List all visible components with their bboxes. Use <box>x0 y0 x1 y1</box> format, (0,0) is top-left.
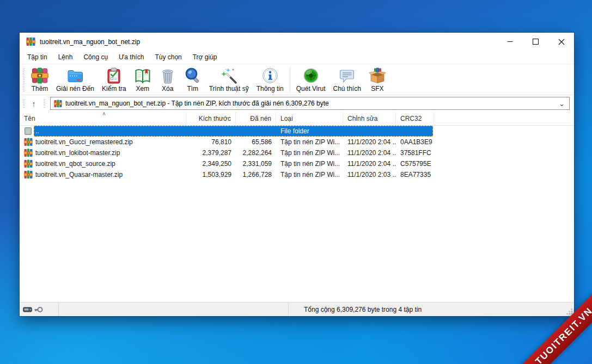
file-row[interactable]: tuoitreit.vn_Quasar-master.zip 1,503,929… <box>20 169 574 180</box>
winrar-zip-icon <box>54 100 62 108</box>
toolbar-separator <box>290 67 290 93</box>
maximize-icon <box>533 39 539 45</box>
file-size: 2,349,250 <box>186 160 236 168</box>
menu-options[interactable]: Tùy chọn <box>149 52 187 63</box>
wizard-button[interactable]: Trình thuật sỹ <box>205 66 253 94</box>
file-row[interactable]: tuoitreit.vn_qbot_source.zip 2,349,250 2… <box>20 158 574 169</box>
add-label: Thêm <box>32 85 48 92</box>
status-selection-pane <box>59 303 289 316</box>
column-type[interactable]: Loại <box>276 112 343 125</box>
file-packed: 1,266,728 <box>236 171 276 178</box>
winrar-zip-icon <box>24 170 33 179</box>
file-rows: .. File folder tuoitreit.vn_Gucci_remast… <box>20 126 574 302</box>
file-type: Tập tin nén ZIP Wi... <box>276 138 343 146</box>
file-crc: C575795E <box>396 160 434 168</box>
archive-path-value: tuoitreit.vn_ma_nguon_bot_net.zip - Tập … <box>65 100 554 107</box>
file-row[interactable]: tuoitreit.vn_Gucci_remastered.zip 76,810… <box>20 137 574 147</box>
view-book-icon <box>134 67 151 84</box>
winrar-app-icon <box>26 37 35 46</box>
wizard-wand-icon <box>220 67 237 84</box>
column-size[interactable]: Kích thước <box>186 112 236 125</box>
comment-label: Chú thích <box>333 85 361 92</box>
extract-to-label: Giải nén Đến <box>56 85 94 92</box>
combo-grip[interactable] <box>44 99 45 108</box>
menu-help[interactable]: Trợ giúp <box>187 52 223 63</box>
info-label: Thông tin <box>257 85 284 92</box>
file-list: ∧ Tên Kích thước Đã nén Loại Chỉnh sửa C… <box>20 112 574 302</box>
file-name: tuoitreit.vn_qbot_source.zip <box>35 160 115 168</box>
column-packed[interactable]: Đã nén <box>236 112 276 125</box>
file-packed: 2,331,059 <box>236 160 276 168</box>
combobox-dropdown-icon[interactable]: ⌄ <box>558 100 566 108</box>
path-combobox[interactable]: tuoitreit.vn_ma_nguon_bot_net.zip - Tập … <box>50 97 570 110</box>
file-type: Tập tin nén ZIP Wi... <box>276 171 343 178</box>
test-button[interactable]: Kiểm tra <box>98 66 130 94</box>
file-crc: 37581FFC <box>396 149 434 157</box>
title-bar[interactable]: tuoitreit.vn_ma_nguon_bot_net.zip <box>20 33 574 51</box>
file-packed: 2,282,264 <box>236 149 276 157</box>
wizard-label: Trình thuật sỹ <box>209 85 249 92</box>
add-archive-books-icon <box>31 67 48 84</box>
file-packed: 65,586 <box>236 138 276 146</box>
file-name: tuoitreit.vn_lokibot-master.zip <box>35 149 120 157</box>
column-crc32[interactable]: CRC32 <box>396 112 434 125</box>
address-bar: ↑ tuoitreit.vn_ma_nguon_bot_net.zip - Tậ… <box>20 95 574 112</box>
file-name: .. <box>35 127 39 135</box>
sfx-button[interactable]: SFX <box>365 66 390 94</box>
delete-button[interactable]: Xóa <box>155 66 180 94</box>
sort-asc-icon: ∧ <box>100 112 108 116</box>
file-type: Tập tin nén ZIP Wi... <box>276 149 343 157</box>
test-clipboard-icon <box>105 67 123 84</box>
toolbar-grip[interactable] <box>23 68 25 92</box>
file-row-parent-dir[interactable]: .. File folder <box>20 126 574 137</box>
view-button[interactable]: Xem <box>130 66 155 94</box>
drive-icon[interactable] <box>23 306 32 313</box>
menu-file[interactable]: Tập tin <box>22 52 53 63</box>
menu-favorites[interactable]: Ưa thích <box>113 52 149 63</box>
file-size: 1,503,929 <box>186 171 236 178</box>
sfx-box-icon <box>369 67 386 84</box>
menu-bar: Tập tin Lệnh Công cụ Ưa thích Tùy chọn T… <box>20 51 574 64</box>
menu-tools[interactable]: Công cụ <box>78 52 113 63</box>
file-modified: 11/1/2020 2:04 ... <box>343 149 396 157</box>
find-label: Tìm <box>187 85 198 92</box>
extract-folder-icon <box>66 67 84 84</box>
winrar-zip-icon <box>24 138 33 146</box>
desktop: { "window": { "title": "tuoitreit.vn_ma_… <box>0 0 592 364</box>
virus-scan-button[interactable]: Quét Virut <box>292 66 329 94</box>
status-total-pane: Tổng cộng 6,309,276 byte trong 4 tập tin <box>289 303 574 316</box>
up-arrow-icon: ↑ <box>32 99 36 108</box>
status-total-text: Tổng cộng 6,309,276 byte trong 4 tập tin <box>304 306 422 313</box>
file-crc: 8EA77335 <box>396 171 434 178</box>
column-modified[interactable]: Chỉnh sửa <box>343 112 396 125</box>
column-filler <box>434 112 574 125</box>
minimize-button[interactable] <box>497 33 523 51</box>
file-name: tuoitreit.vn_Gucci_remastered.zip <box>35 138 133 146</box>
up-directory-button[interactable]: ↑ <box>27 97 40 109</box>
comment-button[interactable]: Chú thích <box>329 66 365 94</box>
extract-to-button[interactable]: Giải nén Đến <box>52 66 98 94</box>
winrar-window: tuoitreit.vn_ma_nguon_bot_net.zip Tập ti… <box>20 33 574 316</box>
file-size: 76,810 <box>186 138 236 146</box>
file-size: 2,379,287 <box>186 149 236 157</box>
maximize-button[interactable] <box>523 33 548 51</box>
key-icon[interactable] <box>34 306 43 313</box>
view-label: Xem <box>136 85 149 92</box>
add-button[interactable]: Thêm <box>27 66 52 94</box>
sfx-label: SFX <box>371 85 383 92</box>
delete-label: Xóa <box>162 85 173 92</box>
comment-bubble-icon <box>338 67 356 84</box>
file-crc: 0AA1B3E9 <box>396 138 434 146</box>
window-title: tuoitreit.vn_ma_nguon_bot_net.zip <box>40 38 497 46</box>
menu-commands[interactable]: Lệnh <box>53 52 78 63</box>
info-button[interactable]: Thông tin <box>253 66 288 94</box>
column-headers: ∧ Tên Kích thước Đã nén Loại Chỉnh sửa C… <box>20 112 574 126</box>
winrar-zip-icon <box>24 159 33 168</box>
file-row[interactable]: tuoitreit.vn_lokibot-master.zip 2,379,28… <box>20 147 574 158</box>
find-magnifier-icon <box>184 67 202 84</box>
test-label: Kiểm tra <box>102 85 126 92</box>
address-grip[interactable] <box>23 99 25 108</box>
close-icon <box>558 39 565 45</box>
close-button[interactable] <box>548 33 574 51</box>
find-button[interactable]: Tìm <box>180 66 205 94</box>
